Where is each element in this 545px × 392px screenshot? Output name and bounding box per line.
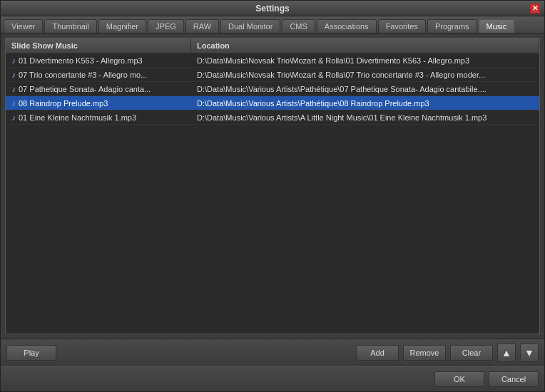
cancel-button[interactable]: Cancel — [489, 371, 539, 387]
tab-associations[interactable]: Associations — [317, 19, 377, 33]
col-header-name: Slide Show Music — [6, 38, 191, 53]
clear-button[interactable]: Clear — [450, 345, 493, 361]
tab-magnifier[interactable]: Magnifier — [98, 19, 146, 33]
tab-dual-monitor[interactable]: Dual Monitor — [220, 19, 280, 33]
music-table: Slide Show Music Location ♪ 01 Divertime… — [5, 38, 540, 334]
add-button[interactable]: Add — [356, 345, 399, 361]
tab-jpeg[interactable]: JPEG — [148, 19, 184, 33]
row-location: D:\Data\Music\Various Artists\Pathétique… — [191, 83, 539, 95]
row-name: ♪ 07 Pathetique Sonata- Adagio canta... — [6, 83, 191, 96]
table-row[interactable]: ♪ 01 Eine Kleine Nachtmusik 1.mp3 D:\Dat… — [6, 110, 539, 125]
row-name: ♪ 07 Trio concertante #3 - Allegro mo... — [6, 68, 191, 81]
col-header-location: Location — [191, 38, 539, 53]
title-bar: Settings ✕ — [1, 1, 544, 16]
music-note-icon: ♪ — [11, 113, 16, 123]
music-note-icon: ♪ — [11, 56, 16, 66]
row-location: D:\Data\Music\Various Artists\A Little N… — [191, 112, 539, 123]
tab-thumbnail[interactable]: Thumbnail — [44, 19, 96, 33]
table-row[interactable]: ♪ 07 Trio concertante #3 - Allegro mo...… — [6, 68, 539, 82]
table-body: ♪ 01 Divertimento K563 - Allegro.mp3 D:\… — [6, 53, 539, 334]
remove-button[interactable]: Remove — [403, 345, 446, 361]
settings-window: Settings ✕ Viewer Thumbnail Magnifier JP… — [0, 0, 545, 392]
tab-viewer[interactable]: Viewer — [4, 19, 43, 33]
move-down-button[interactable]: ▼ — [520, 344, 539, 362]
bottom-bar: Play Add Remove Clear ▲ ▼ — [1, 339, 544, 366]
move-up-button[interactable]: ▲ — [497, 344, 516, 362]
content-area: Slide Show Music Location ♪ 01 Divertime… — [1, 33, 544, 339]
tab-music[interactable]: Music — [479, 19, 515, 33]
tab-raw[interactable]: RAW — [185, 19, 219, 33]
play-button[interactable]: Play — [6, 345, 56, 361]
row-name: ♪ 08 Raindrop Prelude.mp3 — [6, 97, 191, 110]
music-note-icon: ♪ — [11, 70, 16, 80]
ok-cancel-bar: OK Cancel — [1, 366, 544, 391]
row-location: D:\Data\Music\Novsak Trio\Mozart & Rolla… — [191, 55, 539, 66]
tab-favorites[interactable]: Favorites — [378, 19, 426, 33]
tab-bar: Viewer Thumbnail Magnifier JPEG RAW Dual… — [1, 16, 544, 33]
row-name: ♪ 01 Divertimento K563 - Allegro.mp3 — [6, 54, 191, 67]
music-note-icon: ♪ — [11, 98, 16, 108]
music-note-icon: ♪ — [11, 84, 16, 94]
row-location: D:\Data\Music\Various Artists\Pathétique… — [191, 98, 539, 109]
table-row[interactable]: ♪ 01 Divertimento K563 - Allegro.mp3 D:\… — [6, 53, 539, 68]
table-header: Slide Show Music Location — [6, 38, 539, 53]
ok-button[interactable]: OK — [434, 371, 484, 387]
close-button[interactable]: ✕ — [530, 4, 540, 14]
table-row[interactable]: ♪ 08 Raindrop Prelude.mp3 D:\Data\Music\… — [6, 96, 539, 110]
window-title: Settings — [15, 4, 530, 14]
tab-programs[interactable]: Programs — [427, 19, 477, 33]
tab-cms[interactable]: CMS — [282, 19, 315, 33]
row-name: ♪ 01 Eine Kleine Nachtmusik 1.mp3 — [6, 111, 191, 124]
table-row[interactable]: ♪ 07 Pathetique Sonata- Adagio canta... … — [6, 82, 539, 96]
row-location: D:\Data\Music\Novsak Trio\Mozart & Rolla… — [191, 69, 539, 81]
